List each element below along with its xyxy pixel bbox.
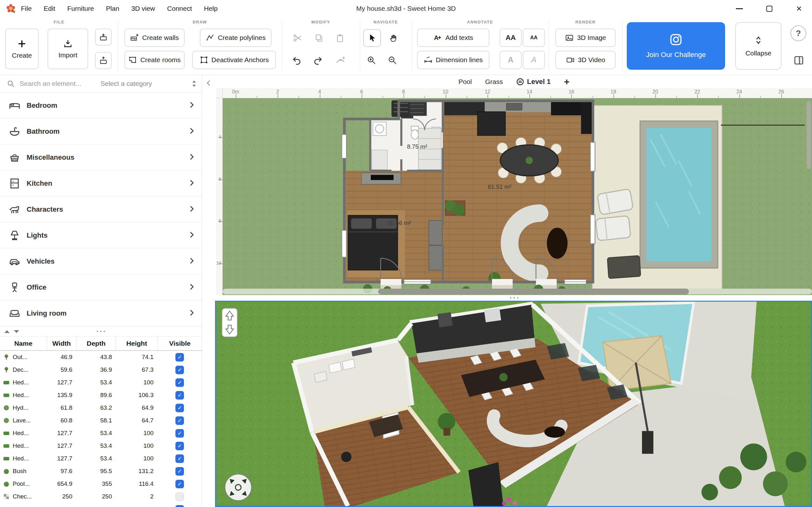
sidebar-item-lights[interactable]: Lights xyxy=(0,222,202,248)
planter[interactable] xyxy=(445,200,465,216)
furniture-row[interactable]: Chec...2502502 xyxy=(0,490,202,503)
furniture-row[interactable]: Hyd...61.863.264.9✓ xyxy=(0,401,202,414)
tab-level-1[interactable]: Level 1 xyxy=(516,78,551,86)
view-3d-pane[interactable] xyxy=(215,301,812,507)
join-our-challenge-button[interactable]: Join Our Challenge xyxy=(627,22,725,70)
furniture-row[interactable]: Hed...127.753.4100✓ xyxy=(0,427,202,440)
arrow-up-icon[interactable] xyxy=(224,310,235,321)
furniture-row[interactable]: Lave...60.858.164.7✓ xyxy=(0,414,202,427)
zoom-out-button[interactable] xyxy=(384,52,401,68)
parasol[interactable] xyxy=(607,256,641,279)
plan-vertical-scroll-thumb[interactable] xyxy=(807,101,811,169)
sidebar-item-characters[interactable]: Characters xyxy=(0,196,202,222)
maximize-icon[interactable] xyxy=(764,4,774,13)
add-texts-button[interactable]: A Add texts xyxy=(417,29,490,47)
visible-checkbox[interactable]: ✓ xyxy=(175,353,184,361)
visible-checkbox[interactable]: ✓ xyxy=(175,429,184,438)
collapse-sidebar-chevron-icon[interactable] xyxy=(205,79,213,87)
furniture-row[interactable]: Dec...59.636.967.3✓ xyxy=(0,363,202,376)
help-button[interactable]: ? xyxy=(791,25,806,41)
sidebar-item-bathroom[interactable]: Bathroom xyxy=(0,118,202,145)
undo-button[interactable] xyxy=(289,52,305,68)
deactivate-anchors-button[interactable]: Deactivate Anchors xyxy=(192,51,276,69)
sidebar-item-miscellaneous[interactable]: Miscellaneous xyxy=(0,145,202,170)
font-smaller-button[interactable]: AA xyxy=(523,29,545,47)
column-header-depth[interactable]: Depth xyxy=(76,337,116,350)
furniture-row[interactable]: ✓ xyxy=(0,503,202,507)
sidebar-item-living-room[interactable]: Living room xyxy=(0,300,202,326)
furniture-row[interactable]: Hed...127.753.4100✓ xyxy=(0,452,202,465)
catalog-table-splitter[interactable] xyxy=(0,326,202,337)
menu-furniture[interactable]: Furniture xyxy=(67,5,94,12)
visible-checkbox[interactable]: ✓ xyxy=(175,416,184,425)
arrow-down-icon[interactable] xyxy=(224,324,235,335)
import-texture-button[interactable] xyxy=(95,52,112,69)
menu-help[interactable]: Help xyxy=(204,5,217,12)
furniture-row[interactable]: Out...46.943.874.1✓ xyxy=(0,351,202,363)
import-button[interactable]: Import xyxy=(48,29,88,69)
sidebar-item-vehicles[interactable]: Vehicles xyxy=(0,248,202,274)
visible-checkbox[interactable]: ✓ xyxy=(175,480,184,488)
floor-plan-canvas[interactable]: 8.75 m² 61.51 m² 20.56 m² xyxy=(223,98,812,295)
plan-view[interactable]: 8.75 m² 61.51 m² 20.56 m² xyxy=(223,98,812,295)
furniture-row[interactable]: Hed...127.753.4100✓ xyxy=(0,440,202,452)
sidebar-item-kitchen[interactable]: Kitchen xyxy=(0,170,202,196)
zoom-in-button[interactable] xyxy=(363,52,380,68)
style-italic-button[interactable]: A xyxy=(523,51,545,69)
compass-navigation-widget[interactable] xyxy=(223,473,253,502)
column-header-height[interactable]: Height xyxy=(116,337,157,350)
plan-3d-splitter[interactable] xyxy=(216,295,812,301)
add-point-button[interactable] xyxy=(333,52,349,68)
house-plan[interactable]: 8.75 m² 61.51 m² 20.56 m² xyxy=(342,101,595,295)
menu-edit[interactable]: Edit xyxy=(44,5,55,12)
menu-plan[interactable]: Plan xyxy=(106,5,119,12)
furniture-row[interactable]: Hed...127.753.4100✓ xyxy=(0,376,202,389)
font-bigger-button[interactable]: AA xyxy=(500,29,522,47)
cut-button[interactable] xyxy=(289,30,306,46)
category-select[interactable]: Select a category xyxy=(101,79,202,88)
close-icon[interactable]: × xyxy=(794,4,804,13)
sidebar-item-office[interactable]: Office xyxy=(0,274,202,300)
add-level-button[interactable]: + xyxy=(564,76,570,87)
lounge-chair[interactable] xyxy=(596,216,631,241)
visible-checkbox[interactable]: ✓ xyxy=(175,505,184,507)
visible-checkbox[interactable]: ✓ xyxy=(175,366,184,374)
redo-button[interactable] xyxy=(310,52,326,68)
visible-checkbox[interactable]: ✓ xyxy=(175,378,184,387)
menu-3d-view[interactable]: 3D view xyxy=(131,5,155,12)
view-3d-canvas[interactable] xyxy=(216,302,811,506)
sidebar-item-bedroom[interactable]: Bedroom xyxy=(0,93,202,118)
render-3d-image-button[interactable]: 3D Image xyxy=(555,29,616,47)
minimize-icon[interactable] xyxy=(734,4,744,13)
chevron-down-icon[interactable] xyxy=(14,330,19,333)
visible-checkbox[interactable]: ✓ xyxy=(175,391,184,400)
import-furniture-button[interactable] xyxy=(95,29,112,46)
create-button[interactable]: Create xyxy=(5,29,39,69)
dimension-lines-button[interactable]: Dimension lines xyxy=(417,51,490,69)
tab-pool[interactable]: Pool xyxy=(458,78,472,86)
create-rooms-button[interactable]: Create rooms xyxy=(124,51,185,69)
collapse-toolbar-button[interactable]: Collapse xyxy=(735,22,781,70)
column-header-width[interactable]: Width xyxy=(47,337,76,350)
visible-checkbox[interactable]: ✓ xyxy=(175,404,184,412)
select-tool-button[interactable] xyxy=(363,29,381,47)
pan-tool-button[interactable] xyxy=(386,30,402,46)
tab-grass[interactable]: Grass xyxy=(485,78,503,86)
style-bold-button[interactable]: A xyxy=(500,51,522,69)
side-panel-toggle-button[interactable] xyxy=(791,53,806,68)
visible-checkbox[interactable]: ✓ xyxy=(175,454,184,463)
search-input[interactable] xyxy=(20,80,101,88)
render-3d-video-button[interactable]: 3D Video xyxy=(555,51,616,69)
column-header-visible[interactable]: Visible xyxy=(157,337,202,350)
paste-button[interactable] xyxy=(332,30,348,46)
furniture-row[interactable]: Pool...654.9355116.4✓ xyxy=(0,477,202,490)
plan-horizontal-scroll-thumb[interactable] xyxy=(378,289,689,294)
visible-checkbox[interactable]: ✓ xyxy=(175,467,184,475)
chevron-up-icon[interactable] xyxy=(4,330,9,333)
menu-connect[interactable]: Connect xyxy=(167,5,192,12)
camera-elevation-widget[interactable] xyxy=(222,308,238,337)
column-header-name[interactable]: Name xyxy=(0,337,47,350)
furniture-row[interactable]: Hed...135.989.6106.3✓ xyxy=(0,389,202,401)
coffee-table[interactable] xyxy=(547,228,567,259)
furniture-row[interactable]: Bush97.695.5131.2✓ xyxy=(0,465,202,477)
